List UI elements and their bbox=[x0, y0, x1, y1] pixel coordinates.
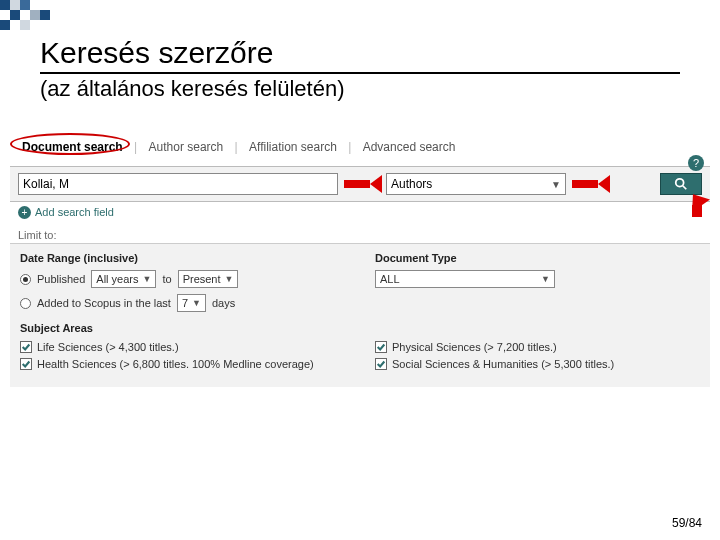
annotation-arrow-button bbox=[678, 201, 706, 223]
subject-life-sciences[interactable]: Life Sciences (> 4,300 titles.) bbox=[20, 340, 345, 354]
limit-to-label: Limit to: bbox=[10, 223, 710, 244]
search-icon bbox=[674, 177, 688, 191]
slide-title: Keresés szerzőre bbox=[40, 36, 680, 74]
add-search-field-link[interactable]: +Add search field bbox=[10, 202, 710, 223]
search-field-value[interactable] bbox=[387, 174, 547, 194]
search-tabs: Document search | Author search | Affili… bbox=[10, 132, 710, 156]
tab-advanced-search[interactable]: Advanced search bbox=[359, 138, 460, 156]
radio-published[interactable] bbox=[20, 274, 31, 285]
subject-social-sciences[interactable]: Social Sciences & Humanities (> 5,300 ti… bbox=[375, 357, 700, 371]
published-label: Published bbox=[37, 273, 85, 285]
limit-filters: Date Range (inclusive) Published All yea… bbox=[10, 244, 710, 387]
published-from-select[interactable]: All years▼ bbox=[91, 270, 156, 288]
tab-document-search[interactable]: Document search bbox=[18, 138, 127, 156]
search-row: ? ▼ bbox=[10, 166, 710, 202]
search-field-select[interactable]: ▼ bbox=[386, 173, 566, 195]
added-days-select[interactable]: 7▼ bbox=[177, 294, 206, 312]
added-label: Added to Scopus in the last bbox=[37, 297, 171, 309]
chevron-down-icon: ▼ bbox=[547, 179, 565, 190]
annotation-arrow-left bbox=[344, 177, 380, 191]
help-icon[interactable]: ? bbox=[688, 155, 704, 171]
radio-added[interactable] bbox=[20, 298, 31, 309]
subject-physical-sciences[interactable]: Physical Sciences (> 7,200 titles.) bbox=[375, 340, 700, 354]
subject-health-sciences[interactable]: Health Sciences (> 6,800 titles. 100% Me… bbox=[20, 357, 345, 371]
document-type-header: Document Type bbox=[375, 252, 700, 264]
tab-author-search[interactable]: Author search bbox=[145, 138, 228, 156]
date-range-header: Date Range (inclusive) bbox=[20, 252, 345, 264]
days-label: days bbox=[212, 297, 235, 309]
subject-areas-header: Subject Areas bbox=[20, 322, 345, 334]
plus-icon: + bbox=[18, 206, 31, 219]
svg-line-1 bbox=[683, 186, 687, 190]
annotation-arrow-mid bbox=[572, 177, 608, 191]
published-to-select[interactable]: Present▼ bbox=[178, 270, 239, 288]
tab-affiliation-search[interactable]: Affiliation search bbox=[245, 138, 341, 156]
svg-point-0 bbox=[676, 179, 684, 187]
search-term-input[interactable] bbox=[18, 173, 338, 195]
scopus-search-panel: Document search | Author search | Affili… bbox=[10, 132, 710, 387]
to-label: to bbox=[162, 273, 171, 285]
slide-subtitle: (az általános keresés felületén) bbox=[40, 76, 680, 102]
document-type-select[interactable]: ALL▼ bbox=[375, 270, 555, 288]
page-counter: 59/84 bbox=[672, 516, 702, 530]
